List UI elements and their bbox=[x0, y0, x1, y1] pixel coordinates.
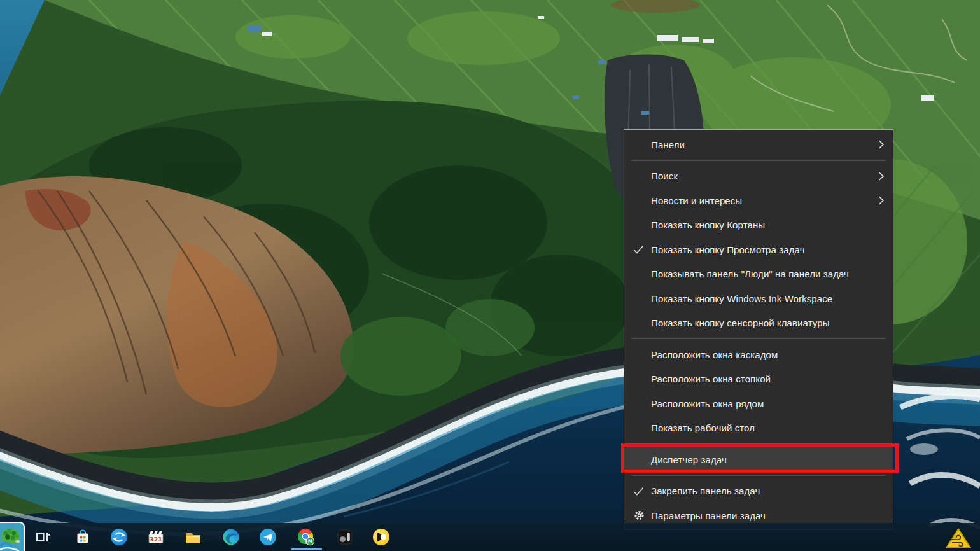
sync-app-button[interactable] bbox=[110, 528, 128, 546]
menu-separator bbox=[632, 338, 885, 339]
menu-item-label: Показать кнопку Кортаны bbox=[651, 220, 765, 230]
submenu-chevron-icon bbox=[878, 195, 885, 206]
menu-item-label: Поиск bbox=[651, 171, 678, 181]
media-player-classic-321-icon: 321 bbox=[147, 528, 165, 546]
menu-item-show-desktop[interactable]: Показать рабочий стол bbox=[624, 416, 893, 441]
taskbar-context-menu: Панели Поиск Новости и интересы Показать… bbox=[624, 129, 893, 530]
file-explorer-button[interactable] bbox=[185, 528, 202, 546]
menu-item-label: Расположить окна стопкой bbox=[651, 373, 771, 384]
menu-separator bbox=[632, 443, 885, 444]
chrome-active-indicator bbox=[291, 548, 322, 550]
google-chrome-icon: M bbox=[297, 527, 314, 547]
menu-item-label: Диспетчер задач bbox=[651, 454, 727, 465]
menu-item-label: Показывать панель "Люди" на панели задач bbox=[651, 269, 849, 279]
menu-item-cascade-windows[interactable]: Расположить окна каскадом bbox=[624, 342, 893, 367]
telegram-button[interactable] bbox=[259, 528, 277, 546]
menu-item-task-manager[interactable]: Диспетчер задач bbox=[624, 447, 893, 472]
telegram-icon bbox=[259, 528, 277, 546]
menu-item-label: Новости и интересы bbox=[651, 195, 742, 206]
menu-item-show-people-bar[interactable]: Показывать панель "Люди" на панели задач bbox=[624, 262, 893, 287]
microsoft-store-icon bbox=[74, 528, 92, 546]
chrome-button[interactable]: M bbox=[297, 528, 314, 546]
checkmark-icon bbox=[633, 245, 644, 255]
task-view-button[interactable] bbox=[34, 528, 52, 546]
file-explorer-icon bbox=[185, 528, 202, 546]
menu-item-label: Показать рабочий стол bbox=[651, 422, 755, 433]
menu-item-show-task-view-button[interactable]: Показать кнопку Просмотра задач bbox=[624, 237, 893, 262]
chrome-profile-badge: M bbox=[308, 538, 312, 544]
gear-icon bbox=[633, 510, 645, 522]
mpc-321-label: 321 bbox=[150, 536, 162, 543]
media-player-classic-button[interactable]: 321 bbox=[147, 528, 165, 546]
menu-item-label: Расположить окна каскадом bbox=[651, 349, 778, 360]
menu-item-show-touch-keyboard-button[interactable]: Показать кнопку сенсорной клавиатуры bbox=[624, 311, 893, 336]
dark-media-app-button[interactable] bbox=[336, 528, 354, 546]
menu-item-label: Расположить окна рядом bbox=[651, 398, 764, 409]
submenu-chevron-icon bbox=[878, 171, 885, 181]
menu-separator bbox=[632, 475, 885, 476]
menu-item-label: Показать кнопку сенсорной клавиатуры bbox=[651, 317, 830, 328]
menu-item-show-cortana-button[interactable]: Показать кнопку Кортаны bbox=[624, 213, 893, 238]
wind-triangle-watermark bbox=[944, 527, 972, 550]
menu-item-label: Панели bbox=[651, 139, 685, 150]
menu-item-news-and-interests[interactable]: Новости и интересы bbox=[624, 188, 893, 213]
submenu-chevron-icon bbox=[878, 139, 885, 150]
svg-text:321: 321 bbox=[150, 536, 162, 543]
checkmark-icon bbox=[633, 486, 644, 496]
desktop: Панели Поиск Новости и интересы Показать… bbox=[0, 0, 980, 551]
potplayer-button[interactable] bbox=[372, 528, 390, 546]
menu-item-search[interactable]: Поиск bbox=[624, 164, 893, 189]
menu-item-side-by-side-windows[interactable]: Расположить окна рядом bbox=[624, 391, 893, 416]
taskbar: 321 bbox=[0, 523, 980, 551]
sync-app-icon bbox=[110, 528, 128, 546]
menu-item-stack-windows[interactable]: Расположить окна стопкой bbox=[624, 367, 893, 392]
island-illustration-watermark bbox=[0, 522, 25, 551]
dark-media-app-icon bbox=[336, 528, 354, 546]
menu-item-label: Показать кнопку Windows Ink Workspace bbox=[651, 293, 832, 304]
potplayer-icon bbox=[372, 528, 390, 546]
menu-item-label: Показать кнопку Просмотра задач bbox=[651, 244, 805, 255]
menu-item-toolbars[interactable]: Панели bbox=[624, 132, 893, 157]
menu-item-show-windows-ink-workspace[interactable]: Показать кнопку Windows Ink Workspace bbox=[624, 286, 893, 311]
menu-item-label: Закрепить панель задач bbox=[651, 485, 760, 496]
menu-item-lock-taskbar[interactable]: Закрепить панель задач bbox=[624, 479, 893, 504]
microsoft-edge-icon bbox=[222, 528, 240, 546]
task-view-icon bbox=[34, 528, 52, 546]
edge-button[interactable] bbox=[222, 528, 240, 546]
menu-item-label: Параметры панели задач bbox=[651, 510, 766, 521]
microsoft-store-button[interactable] bbox=[74, 528, 92, 546]
menu-separator bbox=[632, 160, 885, 161]
